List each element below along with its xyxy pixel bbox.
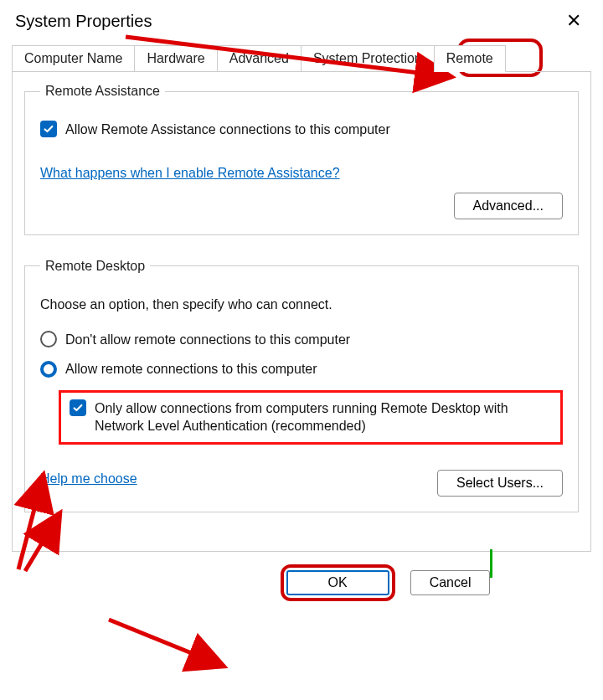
link-help-me-choose[interactable]: Help me choose — [40, 471, 137, 486]
row-nla-checkbox[interactable]: Only allow connections from computers ru… — [70, 399, 552, 435]
checkbox-nla[interactable] — [70, 399, 86, 416]
radio-allow-remote[interactable]: Allow remote connections to this compute… — [40, 360, 563, 378]
tab-computer-name[interactable]: Computer Name — [12, 45, 135, 72]
check-icon — [72, 402, 84, 414]
tab-remote[interactable]: Remote — [434, 45, 506, 72]
annotation-highlight-nla: Only allow connections from computers ru… — [59, 390, 563, 445]
tab-system-protection[interactable]: System Protection — [301, 45, 435, 72]
link-remote-assistance-help[interactable]: What happens when I enable Remote Assist… — [40, 166, 340, 181]
group-remote-assistance: Remote Assistance Allow Remote Assistanc… — [24, 84, 579, 235]
cancel-button[interactable]: Cancel — [410, 570, 491, 595]
tab-advanced[interactable]: Advanced — [217, 45, 302, 72]
annotation-highlight-ok: OK — [281, 564, 395, 601]
advanced-button[interactable]: Advanced... — [454, 193, 564, 219]
group-legend-remote-desktop: Remote Desktop — [40, 259, 150, 274]
radio-icon-allow[interactable] — [40, 361, 57, 378]
tab-hardware[interactable]: Hardware — [134, 45, 217, 72]
dialog-button-bar: OK Cancel — [0, 553, 603, 601]
label-allow-remote-assistance: Allow Remote Assistance connections to t… — [65, 121, 390, 139]
tab-panel-remote: Remote Assistance Allow Remote Assistanc… — [12, 71, 591, 552]
window-title: System Properties — [15, 12, 152, 31]
annotation-green-marker — [490, 549, 492, 578]
label-allow-remote: Allow remote connections to this compute… — [65, 360, 317, 378]
tab-row: Computer Name Hardware Advanced System P… — [0, 45, 603, 72]
ok-button[interactable]: OK — [286, 570, 389, 595]
label-deny-remote: Don't allow remote connections to this c… — [65, 331, 350, 349]
row-allow-remote-assistance[interactable]: Allow Remote Assistance connections to t… — [40, 121, 563, 139]
svg-line-3 — [109, 620, 224, 667]
label-nla: Only allow connections from computers ru… — [95, 399, 552, 435]
select-users-button[interactable]: Select Users... — [437, 470, 563, 497]
check-icon — [43, 123, 54, 135]
close-icon[interactable]: ✕ — [559, 8, 588, 33]
radio-deny-remote[interactable]: Don't allow remote connections to this c… — [40, 331, 563, 349]
radio-icon-deny[interactable] — [40, 331, 57, 347]
instruction-text: Choose an option, then specify who can c… — [40, 297, 563, 312]
group-legend-remote-assistance: Remote Assistance — [40, 84, 165, 99]
checkbox-allow-remote-assistance[interactable] — [40, 121, 57, 137]
titlebar: System Properties ✕ — [0, 0, 603, 45]
group-remote-desktop: Remote Desktop Choose an option, then sp… — [24, 259, 579, 512]
